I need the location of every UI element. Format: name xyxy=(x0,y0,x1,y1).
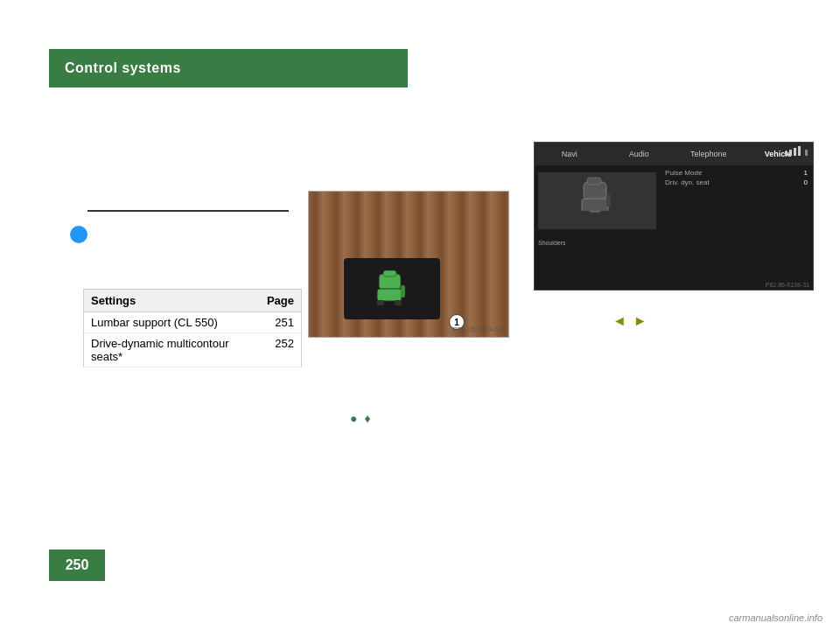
svg-rect-8 xyxy=(587,178,601,185)
page-title: Control systems xyxy=(65,60,181,76)
svg-rect-1 xyxy=(377,289,402,301)
pulse-mode-row: Pulse Mode 1 xyxy=(665,169,808,177)
svg-rect-2 xyxy=(377,300,384,305)
section-divider xyxy=(88,210,289,212)
bar2 xyxy=(789,150,792,156)
shoulders-label: Shoulders xyxy=(538,233,656,248)
table-row: Drive-dynamic multicontour seats* 252 xyxy=(84,333,302,368)
seat-control-panel xyxy=(344,258,440,319)
settings-table: Settings Page Lumbar support (CL 550) 25… xyxy=(83,289,302,368)
display-nav: Navi Audio Telephone Vehicle xyxy=(535,143,813,165)
signal-icons-right: ◄ ► xyxy=(612,313,648,329)
photo-reference: P54.25-5424-31 xyxy=(453,326,503,333)
pulse-mode-value: 1 xyxy=(804,169,808,177)
svg-rect-11 xyxy=(606,194,611,206)
display-reference: P82.86-6138-31 xyxy=(766,282,809,288)
driv-dyn-label: Driv. dyn. seat xyxy=(665,178,710,186)
page-number-box: 250 xyxy=(49,550,105,581)
bar4 xyxy=(798,146,801,156)
photo-inner: 1 P54.25-5424-31 xyxy=(309,192,508,337)
signal-bars xyxy=(785,146,808,156)
nav-tab-navi: Navi xyxy=(535,146,605,162)
seat-selector: Driver's Seat Passenger Seat xyxy=(535,290,813,290)
svg-rect-7 xyxy=(582,199,608,212)
battery-icon xyxy=(805,150,808,156)
col-header-page: Page xyxy=(260,290,302,312)
arrow-left-icon: ◄ xyxy=(612,313,626,329)
header-bar: Control systems xyxy=(49,49,408,88)
driv-dyn-value: 0 xyxy=(804,178,808,186)
bullet-icon xyxy=(70,226,88,243)
bullet-right-icon: ♦ xyxy=(364,411,370,425)
nav-tab-audio: Audio xyxy=(605,146,675,162)
page-ref: 251 xyxy=(260,312,302,333)
nav-tab-telephone: Telephone xyxy=(674,146,744,162)
car-display-screen: Navi Audio Telephone Vehicle Shoulders xyxy=(534,142,814,290)
pulse-mode-label: Pulse Mode xyxy=(665,169,702,177)
display-seat-svg xyxy=(573,177,621,225)
display-left: Shoulders xyxy=(535,165,660,290)
setting-name: Drive-dynamic multicontour seats* xyxy=(84,333,260,368)
display-content: Shoulders Pulse Mode 1 Driv. dyn. seat 0 xyxy=(535,165,813,290)
svg-rect-3 xyxy=(395,300,402,305)
svg-rect-4 xyxy=(401,285,405,298)
svg-rect-5 xyxy=(383,270,396,276)
signal-icons-center: ● ♦ xyxy=(350,411,371,425)
bar3 xyxy=(794,148,796,156)
col-header-settings: Settings xyxy=(84,290,260,312)
seat-icon xyxy=(370,270,414,309)
display-right: Pulse Mode 1 Driv. dyn. seat 0 xyxy=(660,165,813,290)
table-row: Lumbar support (CL 550) 251 xyxy=(84,312,302,333)
setting-name: Lumbar support (CL 550) xyxy=(84,312,260,333)
page-number: 250 xyxy=(66,557,89,573)
driv-dyn-row: Driv. dyn. seat 0 xyxy=(665,178,808,186)
display-seat-image xyxy=(538,172,656,229)
arrow-right-icon: ► xyxy=(634,313,648,329)
page-ref: 252 xyxy=(260,333,302,368)
svg-rect-9 xyxy=(582,211,590,216)
bar1 xyxy=(785,151,788,156)
bullet-left-icon: ● xyxy=(350,411,357,425)
svg-rect-10 xyxy=(600,211,608,216)
watermark: carmanualsonline.info xyxy=(729,612,822,623)
seat-photo: 1 P54.25-5424-31 xyxy=(308,191,509,338)
